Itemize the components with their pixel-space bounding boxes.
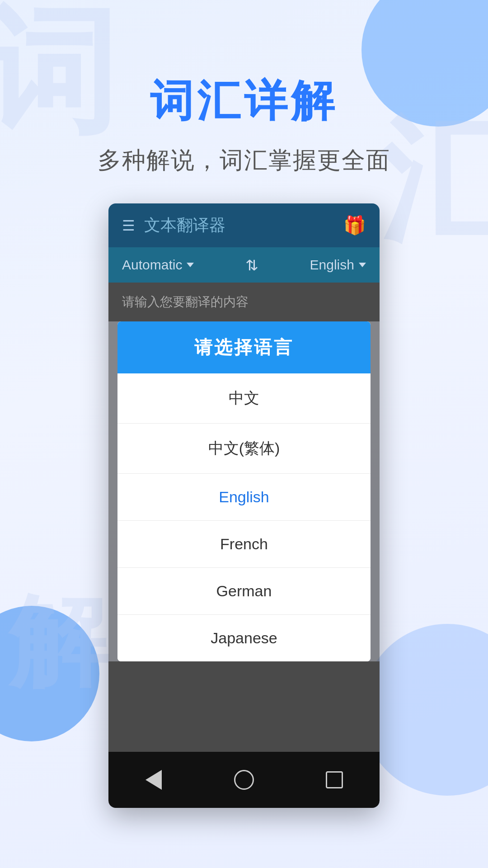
target-lang-label: English bbox=[310, 257, 354, 273]
main-title: 词汇详解 bbox=[0, 72, 488, 131]
dialog-title: 请选择语言 bbox=[127, 335, 361, 360]
source-lang-label: Automatic bbox=[122, 257, 182, 273]
bg-decoration-circle-bottom-right bbox=[361, 624, 488, 796]
toolbar-title: 文本翻译器 bbox=[144, 214, 225, 236]
header-section: 词汇详解 多种解说，词汇掌握更全面 bbox=[0, 0, 488, 203]
lang-option-english[interactable]: English bbox=[117, 474, 371, 521]
below-dialog-area bbox=[108, 661, 380, 752]
swap-languages-button[interactable]: ⇄ bbox=[243, 259, 260, 271]
dialog-body: 中文 中文(繁体) English French German Japanese bbox=[117, 373, 371, 661]
lang-option-chinese-traditional[interactable]: 中文(繁体) bbox=[117, 424, 371, 474]
dialog-header: 请选择语言 bbox=[117, 321, 371, 373]
gift-icon[interactable]: 🎁 bbox=[343, 215, 366, 236]
lang-option-german[interactable]: German bbox=[117, 568, 371, 615]
bg-decoration-circle-bottom-left bbox=[0, 606, 99, 741]
home-icon bbox=[234, 770, 254, 790]
app-toolbar: ☰ 文本翻译器 🎁 bbox=[108, 203, 380, 247]
recents-icon bbox=[326, 771, 343, 788]
recents-button[interactable] bbox=[316, 766, 352, 793]
source-lang-selector[interactable]: Automatic bbox=[122, 257, 194, 273]
lang-option-chinese[interactable]: 中文 bbox=[117, 373, 371, 424]
subtitle: 多种解说，词汇掌握更全面 bbox=[0, 145, 488, 176]
app-mockup: ☰ 文本翻译器 🎁 Automatic ⇄ English 请输入您要翻译的内容… bbox=[108, 203, 380, 808]
input-area[interactable]: 请输入您要翻译的内容 bbox=[108, 283, 380, 321]
input-placeholder: 请输入您要翻译的内容 bbox=[122, 293, 366, 311]
source-lang-dropdown-arrow bbox=[187, 263, 194, 267]
toolbar-left: ☰ 文本翻译器 bbox=[122, 214, 225, 236]
hamburger-icon[interactable]: ☰ bbox=[122, 218, 135, 233]
dialog-container: 请选择语言 中文 中文(繁体) English French German Ja… bbox=[108, 321, 380, 661]
lang-selector-bar: Automatic ⇄ English bbox=[108, 247, 380, 283]
back-button[interactable] bbox=[136, 766, 172, 793]
language-select-dialog: 请选择语言 中文 中文(繁体) English French German Ja… bbox=[117, 321, 371, 661]
target-lang-dropdown-arrow bbox=[359, 263, 366, 267]
dialog-overlay: 请选择语言 中文 中文(繁体) English French German Ja… bbox=[108, 321, 380, 661]
back-icon bbox=[145, 770, 162, 790]
bottom-navigation bbox=[108, 752, 380, 808]
lang-option-japanese[interactable]: Japanese bbox=[117, 615, 371, 661]
home-button[interactable] bbox=[226, 766, 262, 793]
target-lang-selector[interactable]: English bbox=[310, 257, 366, 273]
lang-option-french[interactable]: French bbox=[117, 521, 371, 568]
